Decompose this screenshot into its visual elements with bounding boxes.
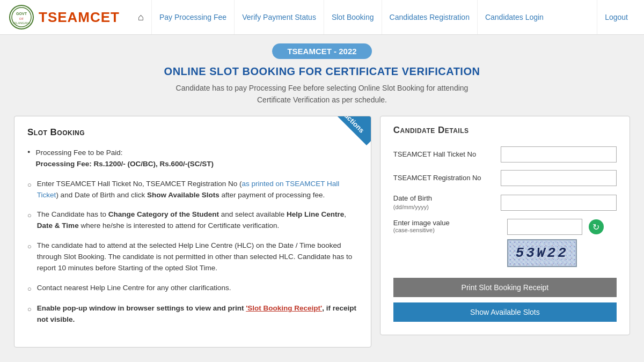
bullet-icon: ○: [27, 180, 32, 190]
svg-text:GOVT: GOVT: [16, 12, 27, 16]
print-slot-booking-button[interactable]: Print Slot Booking Receipt: [393, 278, 617, 297]
instruction-2-pre: Enter TSEAMCET Hall Ticket No, TSEAMCET …: [37, 180, 242, 188]
instruction-3-pre: The Candidate has to: [37, 210, 108, 218]
show-available-slots-button[interactable]: Show Available Slots: [393, 302, 617, 322]
instruction-1-bold: Processing Fee: Rs.1200/- (OC/BC), Rs.60…: [35, 160, 214, 168]
bullet-icon: ○: [27, 304, 32, 315]
hall-ticket-input[interactable]: [501, 146, 617, 162]
nav-candidates-login[interactable]: Candidates Login: [477, 0, 551, 34]
instruction-1-pre: Processing Fee to be Paid:: [35, 149, 122, 157]
slot-booking-panel-title: Slot Booking: [27, 127, 358, 138]
nav-verify-payment[interactable]: Verify Payment Status: [234, 0, 324, 34]
captcha-row: Enter image value (case-sensitive) ↻ 53W…: [393, 219, 617, 267]
candidate-panel-title: Candidate Details: [393, 125, 617, 136]
captcha-right: ↻ 53W22: [507, 219, 617, 267]
svg-text:TELANGANA: TELANGANA: [12, 21, 31, 25]
captcha-label: Enter image value: [393, 219, 501, 227]
home-icon: ⌂: [138, 12, 144, 23]
refresh-captcha-icon[interactable]: ↻: [589, 219, 604, 234]
nav-slot-booking[interactable]: Slot Booking: [324, 0, 382, 34]
registration-input[interactable]: [501, 170, 617, 186]
instructions-list: ● Processing Fee to be Paid: Processing …: [27, 147, 358, 326]
main-content: TSEAMCET - 2022 ONLINE SLOT BOOKING FOR …: [5, 35, 639, 356]
dob-label: Date of Birth (dd/mm/yyyy): [393, 194, 501, 212]
list-item: ○ The candidate had to attend at the sel…: [27, 240, 358, 274]
instruction-4-text: The candidate had to attend at the selec…: [37, 240, 358, 274]
page-title: ONLINE SLOT BOOKING FOR CERTIFICATE VERI…: [14, 65, 630, 78]
nav-pay-processing-fee[interactable]: Pay Processing Fee: [151, 0, 234, 34]
home-link[interactable]: ⌂: [130, 12, 151, 23]
list-item: ○ Enable pop-up window in browser settin…: [27, 303, 358, 326]
brand-logo-svg: GOVT OF TELANGANA: [9, 4, 34, 30]
bullet-icon: ○: [27, 284, 32, 294]
instruction-2-post: after payment of processing fee.: [219, 191, 325, 199]
instruction-3-bold1: Change Category of the Student: [108, 210, 219, 218]
list-item: ● Processing Fee to be Paid: Processing …: [27, 147, 358, 170]
instruction-5-text: Contact nearest Help Line Centre for any…: [37, 283, 358, 294]
instruction-2-bold: Show Available Slots: [147, 191, 219, 199]
captcha-text: 53W22: [516, 245, 568, 261]
registration-label: TSEAMCET Registration No: [393, 173, 501, 183]
two-column-layout: Instructions Slot Booking ● Processing F…: [14, 116, 630, 348]
svg-text:OF: OF: [19, 17, 24, 20]
subtitle-line2: Certificate Verification as per schedule…: [257, 95, 387, 104]
nav-logout[interactable]: Logout: [597, 0, 635, 34]
nav-candidates-registration[interactable]: Candidates Registration: [382, 0, 477, 34]
subtitle-line1: Candidate has to pay Processing Fee befo…: [176, 84, 469, 92]
instruction-3-bold3: Date & Time: [37, 221, 79, 230]
captcha-sub-label: (case-sensitive): [393, 227, 501, 233]
brand-name: TSEAMCET: [39, 9, 120, 26]
slot-booking-receipt-link[interactable]: 'Slot Booking Receipt': [246, 304, 322, 312]
instruction-3-post: where he/she is interested to attend for…: [79, 221, 280, 230]
list-item: ○ Enter TSEAMCET Hall Ticket No, TSEAMCE…: [27, 179, 358, 201]
instruction-3-bold2: Help Line Centre: [287, 210, 344, 218]
candidate-details-panel: Candidate Details TSEAMCET Hall Ticket N…: [380, 116, 630, 336]
instruction-2-mid: ) and Date of Birth and click: [56, 191, 147, 199]
navbar: GOVT OF TELANGANA TSEAMCET ⌂ Pay Process…: [0, 0, 644, 35]
bullet-icon: ●: [27, 149, 30, 156]
dob-input[interactable]: [501, 195, 617, 211]
bullet-icon: ○: [27, 210, 32, 221]
brand-logo-link[interactable]: GOVT OF TELANGANA TSEAMCET: [9, 4, 120, 30]
captcha-label-wrap: Enter image value (case-sensitive): [393, 219, 501, 233]
form-row-dob: Date of Birth (dd/mm/yyyy): [393, 194, 617, 212]
hall-ticket-label: TSEAMCET Hall Ticket No: [393, 150, 501, 159]
list-item: ○ Contact nearest Help Line Centre for a…: [27, 283, 358, 294]
year-badge: TSEAMCET - 2022: [272, 43, 371, 59]
captcha-input-row: ↻: [507, 219, 617, 235]
captcha-input[interactable]: [507, 219, 582, 235]
instruction-3-mid: and select available: [219, 210, 287, 218]
instruction-6-pre: Enable pop-up window in browser settings…: [37, 304, 246, 312]
slot-booking-panel: Instructions Slot Booking ● Processing F…: [14, 116, 371, 348]
list-item: ○ The Candidate has to Change Category o…: [27, 209, 358, 232]
form-row-hall-ticket: TSEAMCET Hall Ticket No: [393, 146, 617, 162]
form-row-registration: TSEAMCET Registration No: [393, 170, 617, 186]
captcha-image: 53W22: [507, 239, 577, 267]
bullet-icon: ○: [27, 241, 32, 252]
page-subtitle: Candidate has to pay Processing Fee befo…: [14, 82, 630, 106]
year-badge-wrap: TSEAMCET - 2022: [14, 43, 630, 59]
